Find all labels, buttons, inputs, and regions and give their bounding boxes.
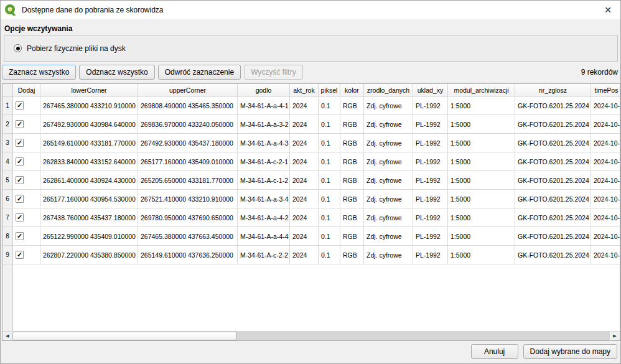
row-number[interactable]: 6 xyxy=(2,190,13,208)
cell-nr_zglosz[interactable]: GK-FOTO.6201.25.2024 xyxy=(515,96,591,114)
cell-kolor[interactable]: RGB xyxy=(340,96,364,114)
cell-upperCorner[interactable]: 265177.160000 435409.010000 xyxy=(138,152,238,170)
column-header-kolor[interactable]: kolor xyxy=(340,84,364,96)
cell-timePos[interactable]: 2024-10- xyxy=(591,115,620,133)
cell-kolor[interactable]: RGB xyxy=(340,115,364,133)
cell-lowerCorner[interactable]: 265177.160000 430954.530000 xyxy=(40,190,138,208)
cell-timePos[interactable]: 2024-10- xyxy=(591,246,620,264)
cell-akt_rok[interactable]: 2024 xyxy=(290,208,319,226)
cell-modul_archiwizacji[interactable]: 1:5000 xyxy=(448,96,515,114)
cell-godlo[interactable]: M-34-61-A-a-4-3 xyxy=(238,134,290,152)
cell-modul_archiwizacji[interactable]: 1:5000 xyxy=(448,190,515,208)
row-checkbox[interactable]: ✓ xyxy=(16,101,24,110)
cell-kolor[interactable]: RGB xyxy=(340,246,364,264)
row-checkbox[interactable]: ✓ xyxy=(16,120,24,128)
cell-zrodlo_danych[interactable]: Zdj. cyfrowe xyxy=(364,115,413,133)
cell-upperCorner[interactable]: 267465.380000 437663.450000 xyxy=(138,227,238,245)
horizontal-scrollbar[interactable]: ◀ ▶ xyxy=(2,331,620,340)
cell-lowerCorner[interactable]: 265122.990000 435409.010000 xyxy=(40,227,138,245)
cell-piksel[interactable]: 0.1 xyxy=(319,171,340,189)
cell-godlo[interactable]: M-34-61-A-a-3-4 xyxy=(238,190,290,208)
column-header-zrodlo_danych[interactable]: zrodlo_danych xyxy=(364,84,413,96)
cell-kolor[interactable]: RGB xyxy=(340,208,364,226)
row-number[interactable]: 9 xyxy=(2,246,13,264)
cell-zrodlo_danych[interactable]: Zdj. cyfrowe xyxy=(364,171,413,189)
row-number[interactable]: 5 xyxy=(2,171,13,189)
column-header-akt_rok[interactable]: akt_rok xyxy=(290,84,319,96)
column-header-timePos[interactable]: timePos xyxy=(591,84,620,96)
cell-godlo[interactable]: M-34-61-A-c-2-2 xyxy=(238,246,290,264)
cell-piksel[interactable]: 0.1 xyxy=(319,134,340,152)
cell-upperCorner[interactable]: 269780.950000 437690.650000 xyxy=(138,208,238,226)
cell-upperCorner[interactable]: 265205.650000 433181.770000 xyxy=(138,171,238,189)
cell-lowerCorner[interactable]: 262833.840000 433152.640000 xyxy=(40,152,138,170)
scrollbar-thumb[interactable] xyxy=(12,332,236,340)
column-header-uklad_xy[interactable]: uklad_xy xyxy=(413,84,448,96)
cell-piksel[interactable]: 0.1 xyxy=(319,152,340,170)
invert-selection-button[interactable]: Odwróć zaznaczenie xyxy=(158,65,241,80)
cell-uklad_xy[interactable]: PL-1992 xyxy=(413,115,448,133)
scroll-right-icon[interactable]: ▶ xyxy=(610,332,620,340)
cell-kolor[interactable]: RGB xyxy=(340,171,364,189)
cell-piksel[interactable]: 0.1 xyxy=(319,208,340,226)
cell-zrodlo_danych[interactable]: Zdj. cyfrowe xyxy=(364,246,413,264)
row-checkbox[interactable]: ✓ xyxy=(16,176,24,184)
cell-timePos[interactable]: 2024-10- xyxy=(591,96,620,114)
radio-download-to-disk[interactable]: Pobierz fizycznie pliki na dysk xyxy=(14,44,126,53)
cell-uklad_xy[interactable]: PL-1992 xyxy=(413,134,448,152)
cell-kolor[interactable]: RGB xyxy=(340,227,364,245)
row-checkbox[interactable]: ✓ xyxy=(16,251,24,259)
cell-zrodlo_danych[interactable]: Zdj. cyfrowe xyxy=(364,208,413,226)
cell-akt_rok[interactable]: 2024 xyxy=(290,115,319,133)
cell-godlo[interactable]: M-34-61-A-c-1-2 xyxy=(238,171,290,189)
cell-lowerCorner[interactable]: 267465.380000 433210.910000 xyxy=(40,96,138,114)
cell-timePos[interactable]: 2024-10- xyxy=(591,152,620,170)
cell-godlo[interactable]: M-34-61-A-a-4-1 xyxy=(238,96,290,114)
cell-godlo[interactable]: M-34-61-A-a-4-2 xyxy=(238,208,290,226)
cell-lowerCorner[interactable]: 262807.220000 435380.850000 xyxy=(40,246,138,264)
cell-godlo[interactable]: M-34-61-A-a-4-4 xyxy=(238,227,290,245)
column-header-modul_archiwizacji[interactable]: modul_archiwizacji xyxy=(448,84,515,96)
deselect-all-button[interactable]: Odznacz wszystko xyxy=(79,65,154,80)
close-icon[interactable]: ✕ xyxy=(602,6,614,14)
cell-lowerCorner[interactable]: 265149.610000 433181.770000 xyxy=(40,134,138,152)
cell-uklad_xy[interactable]: PL-1992 xyxy=(413,171,448,189)
cancel-button[interactable]: Anuluj xyxy=(471,344,518,359)
cell-upperCorner[interactable]: 267492.930000 435437.180000 xyxy=(138,134,238,152)
row-checkbox[interactable]: ✓ xyxy=(16,195,24,203)
cell-timePos[interactable]: 2024-10- xyxy=(591,134,620,152)
cell-akt_rok[interactable]: 2024 xyxy=(290,134,319,152)
column-header-godlo[interactable]: godlo xyxy=(238,84,290,96)
cell-godlo[interactable]: M-34-61-A-c-2-1 xyxy=(238,152,290,170)
cell-nr_zglosz[interactable]: GK-FOTO.6201.25.2024 xyxy=(515,152,591,170)
cell-uklad_xy[interactable]: PL-1992 xyxy=(413,227,448,245)
row-number[interactable]: 8 xyxy=(2,227,13,245)
cell-piksel[interactable]: 0.1 xyxy=(319,96,340,114)
cell-zrodlo_danych[interactable]: Zdj. cyfrowe xyxy=(364,190,413,208)
cell-uklad_xy[interactable]: PL-1992 xyxy=(413,208,448,226)
cell-zrodlo_danych[interactable]: Zdj. cyfrowe xyxy=(364,227,413,245)
column-header-piksel[interactable]: piksel xyxy=(319,84,340,96)
cell-akt_rok[interactable]: 2024 xyxy=(290,96,319,114)
cell-modul_archiwizacji[interactable]: 1:5000 xyxy=(448,246,515,264)
cell-nr_zglosz[interactable]: GK-FOTO.6201.25.2024 xyxy=(515,134,591,152)
cell-uklad_xy[interactable]: PL-1992 xyxy=(413,246,448,264)
cell-uklad_xy[interactable]: PL-1992 xyxy=(413,190,448,208)
row-checkbox[interactable]: ✓ xyxy=(16,157,24,166)
cell-upperCorner[interactable]: 269836.970000 433240.050000 xyxy=(138,115,238,133)
row-checkbox[interactable]: ✓ xyxy=(16,139,24,147)
cell-nr_zglosz[interactable]: GK-FOTO.6201.25.2024 xyxy=(515,208,591,226)
cell-nr_zglosz[interactable]: GK-FOTO.6201.25.2024 xyxy=(515,190,591,208)
row-checkbox[interactable]: ✓ xyxy=(16,213,24,222)
cell-nr_zglosz[interactable]: GK-FOTO.6201.25.2024 xyxy=(515,246,591,264)
cell-piksel[interactable]: 0.1 xyxy=(319,227,340,245)
cell-timePos[interactable]: 2024-10- xyxy=(591,208,620,226)
cell-akt_rok[interactable]: 2024 xyxy=(290,190,319,208)
cell-timePos[interactable]: 2024-10- xyxy=(591,190,620,208)
column-header-lowerCorner[interactable]: lowerCorner xyxy=(40,84,138,96)
cell-godlo[interactable]: M-34-61-A-a-3-2 xyxy=(238,115,290,133)
cell-uklad_xy[interactable]: PL-1992 xyxy=(413,152,448,170)
cell-nr_zglosz[interactable]: GK-FOTO.6201.25.2024 xyxy=(515,227,591,245)
cell-modul_archiwizacji[interactable]: 1:5000 xyxy=(448,152,515,170)
cell-lowerCorner[interactable]: 267438.760000 435437.180000 xyxy=(40,208,138,226)
